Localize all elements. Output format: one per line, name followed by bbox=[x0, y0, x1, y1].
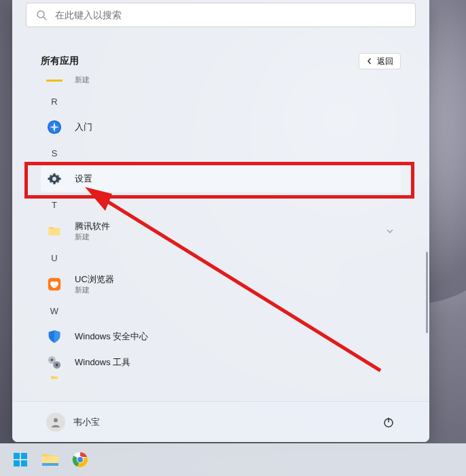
start-menu-footer: 韦小宝 bbox=[12, 401, 429, 442]
list-item-tencent[interactable]: 腾讯软件新建 bbox=[41, 218, 401, 245]
shield-icon bbox=[46, 328, 62, 345]
tools-gear-icon bbox=[46, 354, 62, 371]
list-item-partial[interactable] bbox=[41, 375, 401, 384]
taskbar bbox=[0, 443, 466, 476]
compass-icon bbox=[46, 119, 62, 135]
svg-point-25 bbox=[77, 457, 83, 462]
folder-icon bbox=[41, 452, 59, 467]
svg-point-8 bbox=[54, 282, 58, 286]
chevron-down-icon bbox=[386, 227, 394, 235]
avatar bbox=[46, 413, 65, 432]
letter-header-t[interactable]: T bbox=[41, 192, 401, 218]
power-icon bbox=[382, 416, 395, 428]
start-menu: 所有应用 返回 新建 R 入门 S 设置 T 腾 bbox=[12, 0, 429, 442]
svg-point-0 bbox=[37, 11, 44, 18]
scrollbar-thumb[interactable] bbox=[426, 252, 428, 333]
svg-point-10 bbox=[51, 359, 54, 362]
search-icon bbox=[36, 10, 47, 20]
person-icon bbox=[50, 416, 62, 428]
new-item-bar-icon bbox=[46, 80, 62, 82]
taskbar-chrome-button[interactable] bbox=[67, 446, 94, 473]
list-item-windows-security[interactable]: Windows 安全中心 bbox=[41, 324, 401, 350]
letter-header-r[interactable]: R bbox=[41, 88, 401, 114]
svg-rect-20 bbox=[14, 460, 20, 466]
list-item-getting-started[interactable]: 入门 bbox=[41, 114, 401, 140]
list-item[interactable]: 新建 bbox=[41, 72, 401, 88]
svg-rect-19 bbox=[21, 453, 27, 459]
all-apps-title: 所有应用 bbox=[41, 55, 79, 67]
letter-header-w[interactable]: W bbox=[41, 298, 401, 324]
letter-header-u[interactable]: U bbox=[41, 245, 401, 271]
search-input[interactable] bbox=[55, 10, 406, 20]
svg-line-1 bbox=[43, 17, 46, 20]
windows-logo-icon bbox=[12, 452, 29, 468]
svg-point-12 bbox=[56, 364, 58, 367]
chrome-icon bbox=[72, 452, 88, 468]
svg-point-5 bbox=[52, 177, 56, 181]
search-box[interactable] bbox=[26, 3, 416, 27]
back-button[interactable]: 返回 bbox=[359, 53, 401, 69]
app-list: 新建 R 入门 S 设置 T 腾讯软件新建 U UC浏览器新建 bbox=[12, 72, 429, 393]
taskbar-start-button[interactable] bbox=[7, 446, 34, 473]
list-item-settings[interactable]: 设置 bbox=[41, 166, 401, 192]
taskbar-explorer-button[interactable] bbox=[37, 446, 64, 473]
svg-rect-18 bbox=[14, 453, 20, 459]
user-account-button[interactable]: 韦小宝 bbox=[41, 409, 105, 436]
user-name: 韦小宝 bbox=[73, 416, 100, 428]
svg-rect-21 bbox=[21, 460, 27, 466]
letter-header-s[interactable]: S bbox=[41, 140, 401, 166]
list-item-uc-browser[interactable]: UC浏览器新建 bbox=[41, 271, 401, 298]
folder-icon bbox=[46, 371, 62, 388]
gear-icon bbox=[46, 171, 62, 187]
svg-rect-22 bbox=[42, 463, 58, 466]
back-label: 返回 bbox=[377, 56, 393, 67]
list-item-windows-tools[interactable]: Windows 工具 bbox=[41, 350, 401, 375]
svg-point-13 bbox=[54, 418, 58, 422]
uc-browser-icon bbox=[46, 276, 62, 292]
folder-icon bbox=[46, 223, 62, 239]
chevron-left-icon bbox=[366, 58, 373, 65]
power-button[interactable] bbox=[376, 410, 401, 435]
